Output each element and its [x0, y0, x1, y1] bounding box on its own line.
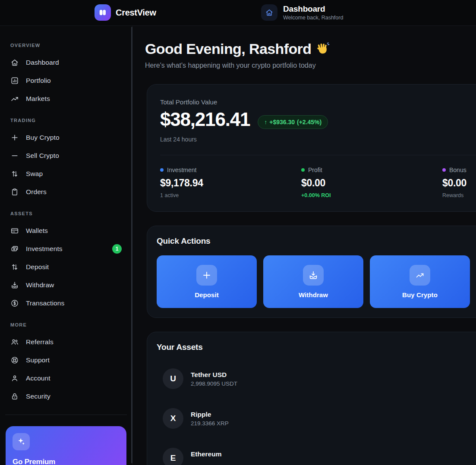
bonus-sub: Rewards [442, 192, 476, 198]
sparkles-icon [13, 433, 30, 450]
inbox-down-icon [303, 265, 324, 286]
buy-crypto-button[interactable]: Buy Crypto [370, 255, 470, 308]
change-percent: (+2.45%) [297, 119, 322, 126]
plus-icon [196, 265, 217, 286]
sidebar-section-assets: ASSETS Wallets Investments 1 Deposit [0, 211, 132, 312]
page-title: Dashboard [283, 4, 343, 13]
sidebar-item-portfolio[interactable]: Portfolio [0, 72, 132, 90]
sidebar-item-orders[interactable]: Orders [0, 183, 132, 201]
sidebar-item-dashboard[interactable]: Dashboard [0, 53, 132, 72]
sidebar-item-sell-crypto[interactable]: Sell Crypto [0, 147, 132, 165]
page-heading: Dashboard Welcome back, Rashford [261, 4, 343, 21]
sidebar-item-buy-crypto[interactable]: Buy Crypto [0, 129, 132, 147]
page-heading-text: Dashboard Welcome back, Rashford [283, 4, 343, 21]
sidebar-item-support[interactable]: Support [0, 351, 132, 369]
go-premium-card[interactable]: Go Premium Unlock advanced trading tools… [6, 426, 126, 465]
asset-name: Ethereum [191, 450, 222, 458]
bar-chart-icon [10, 76, 19, 85]
asset-amount: 219.3366 XRP [191, 420, 229, 427]
sidebar-item-transactions[interactable]: Transactions [0, 294, 132, 312]
inbox-down-icon [10, 281, 19, 289]
app-root: CrestView Dashboard Welcome back, Rashfo… [0, 0, 476, 465]
brand-name: CrestView [116, 8, 156, 18]
trend-up-icon [10, 94, 19, 103]
investment-dot [160, 168, 164, 172]
asset-amount: 2,998.9095 USDT [191, 380, 237, 387]
bonus-value: $0.00 [442, 177, 476, 189]
investment-value: $9,178.94 [160, 177, 301, 189]
wave-emoji-icon [315, 42, 330, 56]
top-header: CrestView Dashboard Welcome back, Rashfo… [0, 0, 476, 26]
asset-avatar: E [163, 448, 183, 465]
quick-actions-card: Quick Actions Deposit Withdraw [147, 226, 476, 318]
home-icon [265, 8, 274, 17]
section-label-assets: ASSETS [0, 211, 132, 217]
sidebar-item-wallets[interactable]: Wallets [0, 222, 132, 240]
profit-value: $0.00 [301, 177, 442, 189]
sidebar-section-more: MORE Referrals Support Account [0, 322, 132, 405]
sidebar-item-markets[interactable]: Markets [0, 90, 132, 108]
main-content: Good Evening, Rashford H [133, 25, 476, 465]
home-icon [10, 58, 19, 67]
withdraw-button[interactable]: Withdraw [263, 255, 363, 308]
swap-arrows-icon [10, 263, 19, 271]
asset-row-ripple[interactable]: X Ripple 219.3366 XRP [163, 408, 476, 429]
portfolio-period: Last 24 hours [160, 136, 476, 143]
sidebar-section-trading: TRADING Buy Crypto Sell Crypto Swap [0, 118, 132, 201]
life-ring-icon [10, 356, 19, 364]
portfolio-summary-card: Total Portfolio Value $38,216.41 ↑ +$936… [147, 84, 476, 212]
sidebar-scrollbar[interactable] [131, 27, 132, 463]
section-label-trading: TRADING [0, 118, 132, 123]
your-assets-title: Your Assets [157, 342, 476, 352]
asset-avatar: X [163, 408, 183, 429]
sidebar-item-security[interactable]: Security [0, 387, 132, 405]
asset-name: Tether USD [191, 371, 237, 379]
deposit-button[interactable]: Deposit [157, 255, 257, 308]
stat-investment: Investment $9,178.94 1 active [160, 167, 301, 198]
trend-up-icon [410, 265, 430, 286]
portfolio-stats: Investment $9,178.94 1 active Profit $0.… [160, 155, 476, 198]
investment-sub: 1 active [160, 192, 301, 198]
sidebar-item-investments[interactable]: Investments 1 [0, 240, 132, 258]
sidebar-item-withdraw[interactable]: Withdraw [0, 276, 132, 294]
sidebar: OVERVIEW Dashboard Portfolio Markets [0, 26, 132, 465]
asset-amount [191, 460, 222, 465]
greeting-heading: Good Evening, Rashford [145, 40, 476, 57]
clipboard-icon [10, 188, 19, 196]
plus-icon [10, 133, 19, 142]
brand-logo[interactable]: CrestView [95, 4, 156, 21]
quick-actions-row: Deposit Withdraw Buy Crypto [157, 255, 476, 308]
crestview-logo-icon [95, 4, 111, 21]
up-arrow-icon: ↑ [264, 119, 267, 126]
asset-avatar: U [163, 368, 183, 389]
greeting-subtitle: Here's what's happening with your crypto… [145, 62, 476, 69]
user-icon [10, 374, 19, 383]
credit-card-icon [10, 226, 19, 235]
change-badge: ↑ +$936.30 (+2.45%) [258, 115, 328, 129]
bonus-dot [442, 168, 446, 172]
asset-list: U Tether USD 2,998.9095 USDT X Ripple 21… [163, 368, 476, 465]
stat-profit: Profit $0.00 +0.00% ROI [301, 167, 442, 198]
profit-sub: +0.00% ROI [301, 192, 442, 198]
users-icon [10, 338, 19, 346]
section-label-overview: OVERVIEW [0, 43, 132, 48]
home-icon-badge [261, 4, 277, 21]
sidebar-section-overview: OVERVIEW Dashboard Portfolio Markets [0, 43, 132, 108]
sidebar-item-account[interactable]: Account [0, 369, 132, 387]
asset-name: Ripple [191, 411, 229, 418]
asset-row-ethereum[interactable]: E Ethereum [163, 448, 476, 465]
sidebar-item-referrals[interactable]: Referrals [0, 333, 132, 351]
sidebar-item-deposit[interactable]: Deposit [0, 258, 132, 276]
investments-count-badge: 1 [112, 244, 122, 254]
lock-icon [10, 392, 19, 401]
sidebar-item-swap[interactable]: Swap [0, 165, 132, 183]
sidebar-divider [5, 415, 127, 415]
quick-actions-title: Quick Actions [157, 236, 476, 246]
change-amount: +$936.30 [269, 119, 295, 126]
greeting-text: Good Evening, Rashford [145, 40, 311, 57]
portfolio-value-label: Total Portfolio Value [160, 98, 476, 106]
portfolio-total-value: $38,216.41 [160, 108, 250, 131]
section-label-more: MORE [0, 322, 132, 328]
portfolio-value-row: $38,216.41 ↑ +$936.30 (+2.45%) [160, 108, 476, 131]
asset-row-tether[interactable]: U Tether USD 2,998.9095 USDT [163, 368, 476, 389]
